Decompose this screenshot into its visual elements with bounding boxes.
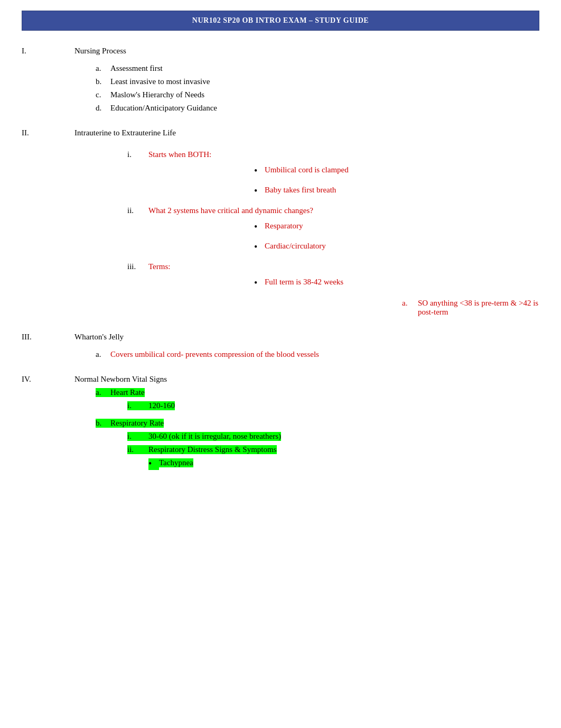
section-vital-signs: IV. Normal Newborn Vital Signs a. Heart … [22,375,539,470]
roman-iii-text: Terms: [148,262,170,271]
section-i-num: I. [22,47,74,56]
list-item: i. 120-160 [127,401,539,410]
rr-i: i. 30-60 (ok if it is irregular, nose br… [127,432,539,470]
rr-ii-label: ii. [127,445,148,454]
bullet-dot: • [148,458,159,470]
section-i-row: I. Nursing Process [22,47,539,56]
rr-i-text: 30-60 (ok if it is irregular, nose breat… [148,432,281,441]
hr-letter: a. [96,388,110,397]
heart-rate-section: a. Heart Rate i. 120-160 [96,388,539,410]
list-item: • Full term is 38-42 weeks [254,278,539,289]
section-iv-num: IV. [22,375,74,384]
rr-ii-text: Respiratory Distress Signs & Symptoms [148,445,277,454]
tachypnea-bullet: • Tachypnea [148,458,539,470]
section-ii-ii: ii. What 2 systems have critical and dyn… [127,206,539,253]
tachypnea-text: Tachypnea [159,458,193,467]
roman-i-label: i. [127,150,148,159]
bullet-text-umbilical: Umbilical cord is clamped [265,165,349,174]
rr-i-label: i. [127,432,148,441]
rr-letter: b. [96,419,110,428]
bullet-text-fullterm: Full term is 38-42 weeks [265,278,343,287]
sub-letter-b: b. [96,77,110,86]
section-iii-num: III. [22,333,74,342]
sub-a-letter-iii: a. [96,350,110,359]
list-item: b. Least invasive to most invasive [96,77,539,86]
list-item: iii. Terms: [127,262,539,271]
list-item: • Cardiac/circulatory [254,242,539,253]
list-item: b. Respiratory Rate [96,419,539,428]
sub-a-letter: a. [402,299,418,308]
bullet-dot: • [254,186,265,197]
sub-letter-a: a. [96,64,110,73]
sub-text-a: Assessment first [110,64,163,73]
bullet-dot: • [254,278,265,289]
sub-a-text: SO anything <38 is pre-term & >42 is pos… [418,299,539,317]
section-i-label: Nursing Process [74,47,126,56]
header-banner: NUR102 SP20 OB INTRO EXAM – STUDY GUIDE [22,11,539,31]
roman-ii-label: ii. [127,206,148,215]
bullets-iii: • Full term is 38-42 weeks a. SO anythin… [254,278,539,317]
roman-ii-text: What 2 systems have critical and dynamic… [148,206,313,215]
list-item: a. Heart Rate [96,388,539,397]
list-item: i. 30-60 (ok if it is irregular, nose br… [127,432,539,441]
section-i-subs: a. Assessment first b. Least invasive to… [96,64,539,113]
list-item: d. Education/Anticipatory Guidance [96,104,539,113]
section-iii-row: III. Wharton's Jelly [22,333,539,342]
list-item: a. Assessment first [96,64,539,73]
section-iv-label: Normal Newborn Vital Signs [74,375,167,384]
bullet-dot: • [254,242,265,253]
section-ii-label: Intrauterine to Extrauterine Life [74,128,176,137]
bullets-ii: • Resparatory • Cardiac/circulatory [254,222,539,253]
respiratory-rate-section: b. Respiratory Rate i. 30-60 (ok if it i… [96,419,539,470]
list-item: a. SO anything <38 is pre-term & >42 is … [402,299,539,317]
section-iv-row: IV. Normal Newborn Vital Signs [22,375,539,384]
sub-text-b: Least invasive to most invasive [110,77,210,86]
hr-label: Heart Rate [110,388,145,397]
sub-text-whartons: Covers umbilical cord- prevents compress… [110,350,319,359]
sub-a-container: a. SO anything <38 is pre-term & >42 is … [402,299,539,317]
roman-iii-label: iii. [127,262,148,271]
sub-letter-c: c. [96,90,110,99]
section-ii-iii: iii. Terms: • Full term is 38-42 weeks a… [127,262,539,317]
bullet-dot: • [254,165,265,177]
roman-i-text: Starts when BOTH: [148,150,211,159]
bullets-i: • Umbilical cord is clamped • Baby takes… [254,165,539,197]
bullet-text-cardiac: Cardiac/circulatory [265,242,326,251]
heart-rate-i: i. 120-160 [127,401,539,410]
bullet-text-breath: Baby takes first breath [265,186,336,195]
hr-i-text: 120-160 [148,401,175,410]
hr-i-label: i. [127,401,148,410]
header-title: NUR102 SP20 OB INTRO EXAM – STUDY GUIDE [192,16,369,24]
section-intrauterine: II. Intrauterine to Extrauterine Life i.… [22,128,539,317]
section-iii-label: Wharton's Jelly [74,333,124,342]
bullet-text-respiratory: Resparatory [265,222,303,231]
sub-text-d: Education/Anticipatory Guidance [110,104,217,113]
section-whartons: III. Wharton's Jelly a. Covers umbilical… [22,333,539,359]
list-item: ii. What 2 systems have critical and dyn… [127,206,539,215]
list-item: ii. Respiratory Distress Signs & Symptom… [127,445,539,454]
list-item: c. Maslow's Hierarchy of Needs [96,90,539,99]
section-ii-row: II. Intrauterine to Extrauterine Life [22,128,539,137]
list-item: i. Starts when BOTH: [127,150,539,159]
bullet-dot: • [254,222,265,233]
list-item: • Umbilical cord is clamped [254,165,539,177]
list-item: • Resparatory [254,222,539,233]
section-iii-subs: a. Covers umbilical cord- prevents compr… [96,350,539,359]
page-container: NUR102 SP20 OB INTRO EXAM – STUDY GUIDE … [22,11,539,470]
sub-letter-d: d. [96,104,110,113]
section-ii-num: II. [22,128,74,137]
section-nursing-process: I. Nursing Process a. Assessment first b… [22,47,539,113]
section-ii-i: i. Starts when BOTH: • Umbilical cord is… [127,150,539,197]
rr-label: Respiratory Rate [110,419,164,428]
list-item: a. Covers umbilical cord- prevents compr… [96,350,539,359]
sub-text-c: Maslow's Hierarchy of Needs [110,90,204,99]
list-item: • Baby takes first breath [254,186,539,197]
list-item: • Tachypnea [148,458,539,470]
